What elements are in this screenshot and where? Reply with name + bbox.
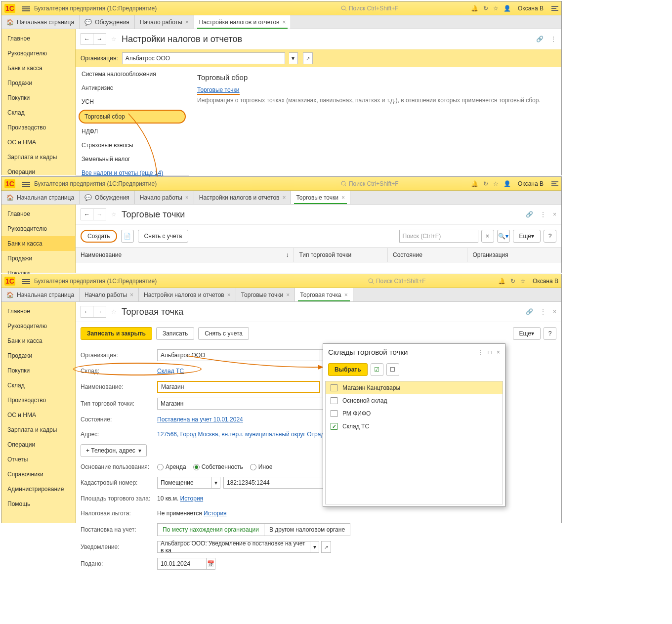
nav-item[interactable]: Земельный налог [76, 152, 189, 166]
forward-button[interactable]: → [93, 33, 106, 45]
nav-item[interactable]: НДФЛ [76, 125, 189, 138]
list-item[interactable]: РМ ФИФО [326, 407, 503, 420]
select-button[interactable]: Выбрать [328, 363, 368, 376]
sidebar-item[interactable]: Отчеты [1, 452, 75, 467]
more-icon[interactable]: ⋮ [540, 211, 546, 218]
org-select[interactable]: Альбатрос ООО [122, 52, 285, 64]
list-item[interactable]: Основной склад [326, 394, 503, 407]
list-item[interactable]: Склад ТС [326, 420, 503, 433]
org-field[interactable]: Альбатрос ООО [157, 349, 320, 361]
help-button[interactable]: ? [544, 230, 556, 243]
link-icon[interactable]: 🔗 [526, 211, 533, 218]
sidebar-item[interactable]: Главное [1, 304, 75, 319]
radio-own[interactable]: Собственность [193, 463, 243, 470]
menu-icon[interactable] [22, 278, 30, 284]
history-link[interactable]: История [180, 495, 204, 502]
maximize-icon[interactable]: □ [488, 349, 492, 356]
back-button[interactable]: ← [81, 306, 93, 318]
nav-item[interactable]: УСН [76, 95, 189, 109]
forward-button[interactable]: → [93, 306, 106, 318]
more-icon[interactable]: ⋮ [550, 36, 556, 42]
reg-opt-other[interactable]: В другом налоговом органе [264, 523, 350, 536]
cadastral-type[interactable]: Помещение [157, 477, 211, 489]
sidebar-item[interactable]: Склад [1, 378, 75, 393]
back-button[interactable]: ← [81, 33, 93, 45]
sidebar-item[interactable]: Продажи [1, 251, 75, 266]
panel-icon[interactable] [551, 5, 558, 12]
list-search[interactable]: Поиск (Ctrl+F) [399, 230, 478, 243]
sidebar-item[interactable]: Руководителю [1, 319, 75, 333]
save-button[interactable]: Записать [156, 327, 194, 340]
more-button[interactable]: Еще ▾ [513, 327, 541, 340]
sidebar-item[interactable]: Покупки [1, 363, 75, 378]
name-field[interactable]: Магазин [157, 381, 320, 393]
clear-search[interactable]: × [481, 230, 494, 243]
nav-item[interactable]: Система налогообложения [76, 67, 189, 81]
search-button[interactable]: 🔍▾ [497, 230, 510, 243]
link-icon[interactable]: 🔗 [526, 308, 533, 315]
save-close-button[interactable]: Записать и закрыть [81, 327, 152, 340]
radio-rent[interactable]: Аренда [157, 463, 186, 470]
history-icon[interactable]: ↻ [483, 180, 488, 187]
sidebar-item[interactable]: Банк и касса [1, 333, 75, 348]
sidebar-item[interactable]: Зарплата и кадры [1, 150, 75, 165]
menu-icon[interactable] [22, 5, 30, 11]
copy-button[interactable]: 📄 [121, 230, 134, 243]
calendar-icon[interactable]: 📅 [207, 558, 215, 570]
tab-discussions[interactable]: 💬Обсуждения [80, 15, 135, 29]
sidebar-item[interactable]: ОС и НМА [1, 408, 75, 422]
list-item[interactable]: Магазин Канцтовары [326, 381, 503, 394]
sidebar-item[interactable]: ОС и НМА [1, 135, 75, 150]
favorite-icon[interactable]: ☆ [111, 36, 117, 42]
tab-discussions[interactable]: 💬Обсуждения [80, 191, 135, 204]
tab-tax-settings[interactable]: Настройки налогов и отчетов× [139, 288, 236, 301]
tab-start[interactable]: Начало работы× [135, 15, 194, 29]
remove-button[interactable]: Снять с учета [198, 327, 249, 340]
history-icon[interactable]: ↻ [483, 5, 488, 12]
sidebar-item[interactable]: Банк и касса [1, 236, 75, 251]
bell-icon[interactable]: 🔔 [471, 5, 478, 12]
sidebar-item[interactable]: Главное [1, 31, 75, 46]
sidebar-item[interactable]: Администрирование [1, 482, 75, 497]
history-icon[interactable]: ↻ [510, 278, 515, 285]
state-link[interactable]: Поставлена на учет 10.01.2024 [157, 416, 243, 423]
checkbox[interactable] [331, 397, 337, 404]
checkbox[interactable] [331, 384, 337, 391]
sidebar-item[interactable]: Покупки [1, 90, 75, 105]
sidebar-item[interactable]: Банк и касса [1, 61, 75, 76]
warehouse-link[interactable]: Склад ТС [157, 368, 184, 374]
close-icon[interactable]: × [282, 19, 286, 26]
user-icon[interactable]: 👤 [504, 180, 511, 187]
tab-tax-settings[interactable]: Настройки налогов и отчетов× [194, 191, 292, 204]
notification-field[interactable]: Альбатрос ООО: Уведомление о постановке … [157, 541, 310, 553]
favorite-icon[interactable]: ☆ [111, 308, 117, 315]
sidebar-item[interactable]: Продажи [1, 76, 75, 90]
sidebar-item[interactable]: Руководителю [1, 221, 75, 236]
sidebar-item[interactable]: Производство [1, 393, 75, 408]
bell-icon[interactable]: 🔔 [498, 278, 505, 285]
nav-item[interactable]: Антикризис [76, 81, 189, 95]
sidebar-item[interactable]: Склад [1, 105, 75, 120]
sidebar-item[interactable]: Продажи [1, 348, 75, 363]
add-phone-button[interactable]: + Телефон, адрес▾ [81, 444, 147, 457]
dropdown-icon[interactable]: ▾ [289, 52, 298, 64]
sidebar-item[interactable]: Справочники [1, 467, 75, 482]
tab-start[interactable]: Начало работы× [135, 191, 194, 204]
close-icon[interactable]: × [553, 308, 556, 315]
tab-start[interactable]: Начало работы× [80, 288, 139, 301]
sidebar-item[interactable]: Производство [1, 120, 75, 135]
back-button[interactable]: ← [81, 208, 93, 220]
filed-date[interactable]: 10.01.2024 [157, 558, 207, 570]
menu-icon[interactable] [22, 181, 30, 187]
close-icon[interactable]: × [497, 349, 500, 356]
star-icon[interactable]: ☆ [493, 180, 499, 187]
sidebar-item[interactable]: Зарплата и кадры [1, 422, 75, 437]
favorite-icon[interactable]: ☆ [111, 211, 117, 218]
close-icon[interactable]: × [185, 19, 189, 26]
checkbox[interactable] [331, 423, 337, 430]
global-search[interactable]: Поиск Ctrl+Shift+F [337, 179, 466, 189]
tab-home[interactable]: 🏠Начальная страница [1, 15, 80, 29]
sidebar-item[interactable]: Помощь [1, 497, 75, 511]
uncheck-all-button[interactable]: ☐ [386, 363, 399, 376]
check-all-button[interactable]: ☑ [371, 363, 383, 376]
